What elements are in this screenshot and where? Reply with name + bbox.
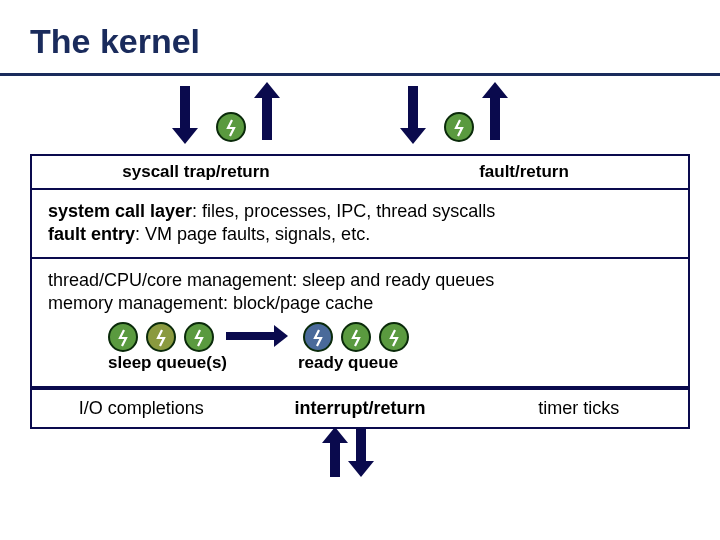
thread-token-icon (303, 322, 333, 352)
slide-title: The kernel (0, 0, 720, 73)
thread-token-icon (146, 322, 176, 352)
interrupt-return-label: interrupt/return (251, 398, 470, 419)
thread-token-icon (184, 322, 214, 352)
bottom-arrow-row (0, 429, 720, 485)
thread-mgmt-text: : sleep and ready queues (292, 270, 494, 290)
thread-token-icon (108, 322, 138, 352)
kernel-box: syscall trap/return fault/return system … (30, 154, 690, 429)
footer-row: I/O completions interrupt/return timer t… (32, 388, 688, 427)
syscall-layer-text: : files, processes, IPC, thread syscalls (192, 201, 495, 221)
management-row: thread/CPU/core management: sleep and re… (32, 259, 688, 388)
sleep-queue-label: sleep queue(s) (108, 352, 227, 374)
arrow-up-icon (490, 96, 500, 140)
syscall-layer-label: system call layer (48, 201, 192, 221)
mem-mgmt-label: memory management (48, 293, 223, 313)
arrow-down-icon (356, 427, 366, 463)
header-fault: fault/return (360, 156, 688, 188)
thread-token-icon (216, 112, 246, 142)
top-arrow-row (0, 86, 720, 154)
title-underline (0, 73, 720, 76)
thread-token-icon (379, 322, 409, 352)
fault-entry-label: fault entry (48, 224, 135, 244)
timer-ticks-label: timer ticks (469, 398, 688, 419)
thread-token-icon (444, 112, 474, 142)
arrow-up-icon (330, 441, 340, 477)
thread-mgmt-label: thread/CPU/core management (48, 270, 292, 290)
header-syscall: syscall trap/return (32, 156, 360, 188)
syscall-layer-row: system call layer: files, processes, IPC… (32, 190, 688, 259)
header-row: syscall trap/return fault/return (32, 156, 688, 190)
arrow-up-icon (262, 96, 272, 140)
thread-token-icon (341, 322, 371, 352)
mem-mgmt-text: : block/page cache (223, 293, 373, 313)
arrow-down-icon (180, 86, 190, 130)
arrow-right-icon (226, 332, 276, 340)
ready-queue-label: ready queue (298, 352, 398, 374)
arrow-down-icon (408, 86, 418, 130)
fault-entry-text: : VM page faults, signals, etc. (135, 224, 370, 244)
io-completions-label: I/O completions (32, 398, 251, 419)
queue-row: sleep queue(s) ready queue (48, 316, 672, 376)
